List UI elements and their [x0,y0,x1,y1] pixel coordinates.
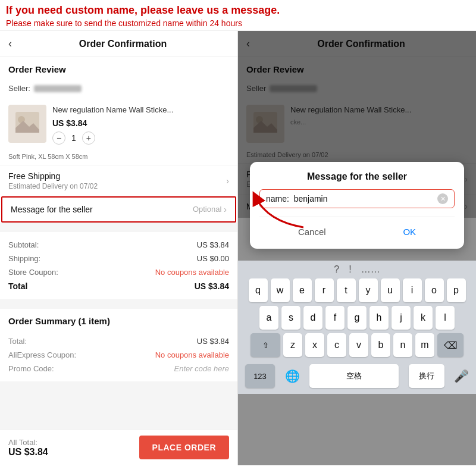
product-row: New regulation Name Wall Sticke... US $3… [0,99,237,150]
key-n[interactable]: n [393,333,412,357]
shipping-price-row: Shipping: US $0.00 [8,252,229,265]
summary-promo-value[interactable]: Enter code here [174,364,229,373]
top-banner: If you need custom name, please leave us… [0,0,476,31]
summary-total-row: Total: US $3.84 [8,334,229,348]
shipping-price-label: Shipping: [8,254,40,263]
product-name: New regulation Name Wall Sticke... [52,105,229,115]
summary-coupon-label: AliExpress Coupon: [8,350,76,359]
key-y[interactable]: y [359,278,378,302]
subtotal-label: Subtotal: [8,240,39,249]
divider-2 [0,304,237,309]
key-h[interactable]: h [369,306,389,330]
product-variant: Soft Pink, XL 58cm X 58cm [0,151,237,165]
coupon-label: Store Coupon: [8,268,58,277]
modal-overlay: Message for the seller ✕ Cancel OK ? ! …… [238,31,476,465]
total-value: US $3.84 [195,281,229,291]
keyboard-row-1: q w e r t y u i o p [240,278,474,302]
key-e[interactable]: e [293,278,312,302]
keyboard-row-2: a s d f g h j k l [240,306,474,330]
key-a[interactable]: a [259,306,278,330]
key-d[interactable]: d [303,306,322,330]
message-row-label: Message for the seller [11,205,193,214]
key-l[interactable]: l [436,306,455,330]
left-phone: ‹ Order Confirmation Order Review Seller… [0,31,238,465]
seller-label: Seller: [8,84,30,93]
shipping-info: Free Shipping Estimated Delivery on 07/0… [8,171,226,190]
place-order-button[interactable]: PLACE ORDER [139,436,229,459]
left-phone-content: Order Review Seller: New regulation [0,57,237,429]
subtotal-row: Subtotal: US $3.84 [8,238,229,252]
virtual-keyboard: ? ! …… q w e r t y u i o p a [238,261,476,394]
summary-total-label: Total: [8,337,27,346]
question-mark-key[interactable]: ? [334,264,339,275]
modal-spacer [238,31,476,150]
phones-row: ‹ Order Confirmation Order Review Seller… [0,31,476,465]
key-w[interactable]: w [271,278,290,302]
key-p[interactable]: p [447,278,466,302]
left-back-button[interactable]: ‹ [8,37,12,50]
key-s[interactable]: s [281,306,300,330]
shipping-arrow-icon: › [226,176,229,186]
keyboard-row-3: ⇧ z x c v b n m ⌫ [240,333,474,357]
microphone-icon[interactable]: 🎤 [454,369,469,383]
key-v[interactable]: v [349,333,368,357]
key-i[interactable]: i [403,278,422,302]
keyboard-special-row: ? ! …… [240,264,474,275]
modal-clear-button[interactable]: ✕ [437,193,448,204]
order-review-label: Order Review [0,57,237,78]
coupon-row: Store Coupon: No coupons available [8,265,229,279]
summary-promo-row: Promo Code: Enter code here [8,362,229,375]
key-o[interactable]: o [425,278,444,302]
key-backspace[interactable]: ⌫ [437,333,464,357]
all-total-value: US $3.84 [8,447,48,458]
key-z[interactable]: z [283,333,302,357]
key-x[interactable]: x [305,333,324,357]
summary-promo-label: Promo Code: [8,364,54,373]
key-123[interactable]: 123 [245,364,275,388]
key-r[interactable]: r [315,278,334,302]
message-modal: Message for the seller ✕ Cancel OK [250,162,464,249]
ellipsis-key[interactable]: …… [361,264,380,275]
key-b[interactable]: b [371,333,390,357]
bottom-total-area: All Total: US $3.84 [8,438,48,458]
key-g[interactable]: g [347,306,367,330]
banner-subtitle: Please make sure to send the customized … [6,18,470,28]
key-t[interactable]: t [337,278,356,302]
summary-coupon-value[interactable]: No coupons available [155,350,229,359]
divider-1 [0,227,237,232]
message-row-arrow-icon: › [224,205,227,214]
shipping-price-value: US $0.00 [197,254,229,263]
qty-increase-button[interactable]: + [82,131,95,145]
left-phone-header: ‹ Order Confirmation [0,31,237,57]
summary-total-value: US $3.84 [197,337,229,346]
key-enter[interactable]: 换行 [409,364,444,388]
key-u[interactable]: u [381,278,400,302]
coupon-value[interactable]: No coupons available [155,268,229,277]
modal-cancel-button[interactable]: Cancel [286,224,338,239]
modal-input-row: ✕ [259,189,455,208]
total-label: Total [8,281,27,291]
right-phone: ‹ Order Confirmation Order Review Seller [238,31,476,465]
modal-title: Message for the seller [259,171,455,182]
key-shift[interactable]: ⇧ [250,333,280,357]
modal-input-field[interactable] [266,194,437,203]
exclamation-key[interactable]: ! [349,264,351,275]
banner-title: If you need custom name, please leave us… [6,4,470,17]
product-price: US $3.84 [52,118,229,128]
globe-icon[interactable]: 🌐 [285,369,300,383]
pricing-card: Subtotal: US $3.84 Shipping: US $0.00 St… [0,232,237,299]
modal-ok-button[interactable]: OK [391,224,428,239]
key-f[interactable]: f [325,306,345,330]
message-for-seller-row[interactable]: Message for the seller Optional › [1,196,236,223]
key-j[interactable]: j [392,306,411,330]
summary-coupon-row: AliExpress Coupon: No coupons available [8,348,229,362]
key-space[interactable]: 空格 [309,364,399,388]
key-q[interactable]: q [249,278,268,302]
shipping-title: Free Shipping [8,171,226,181]
key-m[interactable]: m [415,333,434,357]
key-c[interactable]: c [327,333,346,357]
shipping-row[interactable]: Free Shipping Estimated Delivery on 07/0… [0,165,237,196]
product-qty-row: − 1 + [52,131,229,145]
qty-decrease-button[interactable]: − [52,131,65,145]
key-k[interactable]: k [414,306,433,330]
